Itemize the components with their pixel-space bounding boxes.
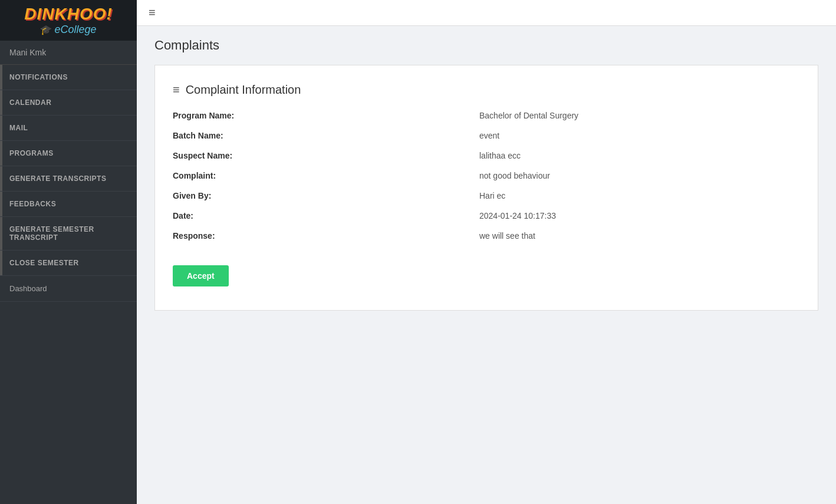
sidebar-item-label: GENERATE TRANSCRIPTS [9,174,106,183]
info-label: Program Name: [173,111,479,120]
sidebar-item-close-semester[interactable]: CLOSE SEMESTER [0,251,137,276]
card-title-text: Complaint Information [186,83,301,97]
topbar: ≡ [137,0,836,26]
sidebar-item-label: MAIL [9,124,28,132]
logo-area: DINKHOO! 🎓 eCollege [0,0,137,41]
info-rows: Program Name:Bachelor of Dental SurgeryB… [173,111,800,241]
info-row: Batch Name:event [173,131,800,140]
sidebar-item-feedbacks[interactable]: FEEDBACKS [0,192,137,217]
card-title: ≡ Complaint Information [173,83,800,97]
sidebar-item-label: FEEDBACKS [9,200,56,208]
info-label: Complaint: [173,171,479,180]
main-content: ≡ Complaints ≡ Complaint Information Pro… [137,0,836,504]
sidebar-item-label: CALENDAR [9,98,51,107]
sidebar-item-mail[interactable]: MAIL [0,116,137,141]
info-value: Bachelor of Dental Surgery [479,111,578,120]
sidebar-item-label: NOTIFICATIONS [9,73,68,81]
info-value: 2024-01-24 10:17:33 [479,211,556,220]
ecollege-label: eCollege [54,24,96,36]
sidebar-item-calendar[interactable]: CALENDAR [0,90,137,116]
info-value: we will see that [479,231,535,241]
sidebar-item-generate-semester-transcript[interactable]: GENERATE SEMESTER TRANSCRIPT [0,217,137,251]
sidebar-item-notifications[interactable]: NOTIFICATIONS [0,65,137,90]
info-label: Date: [173,211,479,220]
info-row: Given By:Hari ec [173,191,800,200]
info-row: Date:2024-01-24 10:17:33 [173,211,800,220]
sidebar-item-generate-transcripts[interactable]: GENERATE TRANSCRIPTS [0,166,137,192]
sidebar: DINKHOO! 🎓 eCollege Mani Kmk NOTIFICATIO… [0,0,137,504]
logo-text: DINKHOO! [24,6,113,22]
sidebar-item-dashboard[interactable]: Dashboard [0,276,137,302]
info-row: Complaint:not good behaviour [173,171,800,180]
accept-button[interactable]: Accept [173,265,229,286]
sidebar-item-programs[interactable]: PROGRAMS [0,141,137,166]
content-card: ≡ Complaint Information Program Name:Bac… [154,65,818,311]
logo-subtitle: 🎓 eCollege [40,24,96,36]
card-title-icon: ≡ [173,83,180,97]
info-row: Response:we will see that [173,231,800,241]
info-row: Program Name:Bachelor of Dental Surgery [173,111,800,120]
hamburger-icon[interactable]: ≡ [149,6,156,19]
info-value: lalithaa ecc [479,151,521,160]
user-name: Mani Kmk [0,41,137,65]
graduation-cap-icon: 🎓 [40,24,52,35]
sidebar-item-label: GENERATE SEMESTER TRANSCRIPT [9,225,94,242]
info-value: event [479,131,499,140]
sidebar-item-label: CLOSE SEMESTER [9,259,79,267]
sidebar-item-label: PROGRAMS [9,149,54,157]
info-label: Given By: [173,191,479,200]
info-value: not good behaviour [479,171,550,180]
info-label: Batch Name: [173,131,479,140]
info-label: Suspect Name: [173,151,479,160]
info-label: Response: [173,231,479,241]
info-value: Hari ec [479,191,505,200]
sidebar-item-label: Dashboard [9,284,47,293]
page-title: Complaints [137,26,836,59]
info-row: Suspect Name:lalithaa ecc [173,151,800,160]
